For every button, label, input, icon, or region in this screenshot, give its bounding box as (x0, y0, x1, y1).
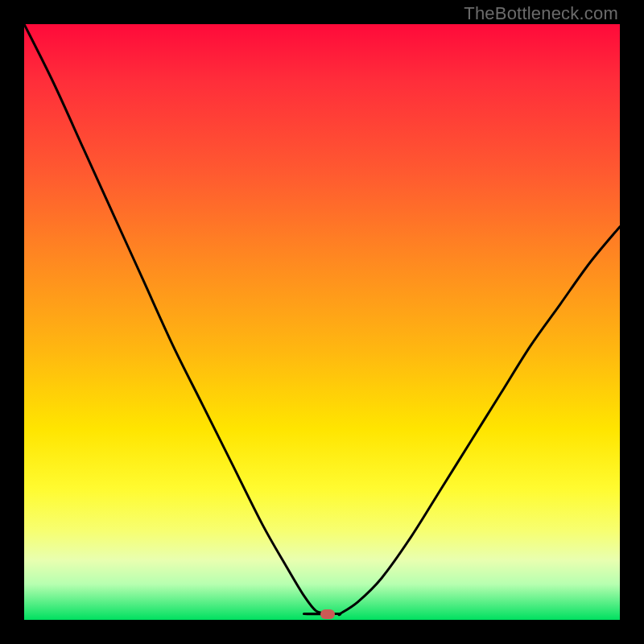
plot-area (24, 24, 620, 620)
chart-frame: TheBottleneck.com (0, 0, 644, 644)
min-marker (320, 609, 335, 619)
bottleneck-curve (24, 24, 620, 620)
curve-path (24, 24, 620, 615)
watermark-text: TheBottleneck.com (464, 3, 618, 24)
